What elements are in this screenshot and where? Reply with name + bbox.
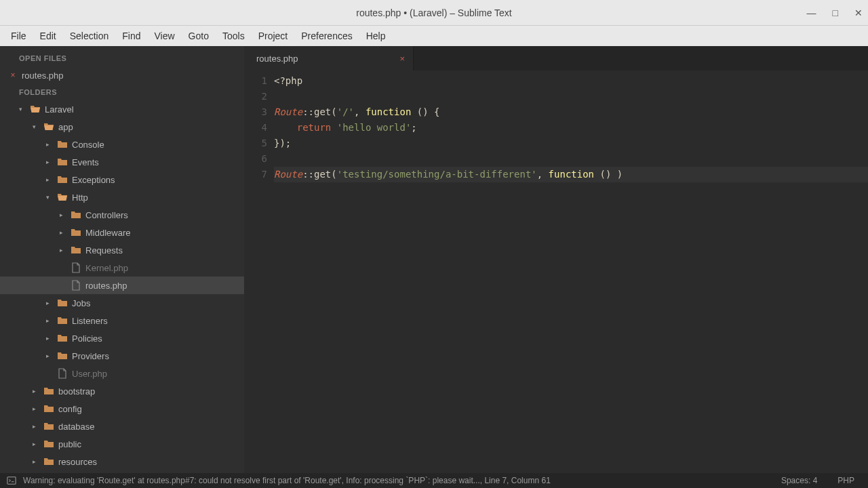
- tree-label: Laravel: [45, 104, 74, 115]
- open-file-label: routes.php: [22, 70, 63, 81]
- open-file[interactable]: ×routes.php: [0, 66, 244, 84]
- tree-label: routes.php: [85, 281, 127, 291]
- tree-label: public: [58, 439, 81, 449]
- tree-label: Http: [72, 192, 88, 203]
- chevron-icon[interactable]: ▾: [33, 123, 39, 130]
- folder-row[interactable]: ▸resources: [0, 453, 244, 470]
- code-line[interactable]: <?php: [274, 73, 868, 89]
- tree-label: Console: [72, 140, 104, 150]
- status-spaces[interactable]: Spaces: 4: [774, 476, 824, 485]
- folders-header: FOLDERS: [0, 84, 244, 100]
- gutter: 1234567: [244, 73, 274, 473]
- tab-close-icon[interactable]: ×: [399, 54, 405, 64]
- tree-label: app: [58, 122, 73, 132]
- code-line[interactable]: });: [274, 136, 868, 151]
- code-line[interactable]: Route::get('/', function () {: [274, 104, 868, 120]
- folder-row[interactable]: ▸Policies: [0, 329, 244, 347]
- chevron-icon[interactable]: ▸: [33, 458, 39, 465]
- tree-label: database: [58, 422, 95, 432]
- menu-tools[interactable]: Tools: [217, 28, 250, 44]
- close-window-button[interactable]: ✕: [854, 7, 863, 18]
- folder-row[interactable]: ▸Console: [0, 136, 244, 153]
- line-number: 1: [244, 73, 267, 89]
- code[interactable]: <?phpRoute::get('/', function () { retur…: [274, 73, 868, 473]
- maximize-button[interactable]: □: [833, 7, 838, 18]
- open-files-header: OPEN FILES: [0, 50, 244, 66]
- chevron-icon[interactable]: ▸: [46, 176, 53, 183]
- folder-row[interactable]: ▸Listeners: [0, 312, 244, 329]
- menu-edit[interactable]: Edit: [35, 28, 62, 44]
- folder-row[interactable]: ▸Providers: [0, 347, 244, 365]
- folder-row[interactable]: ▸Events: [0, 153, 244, 171]
- folder-row[interactable]: ▾Laravel: [0, 100, 244, 118]
- code-line[interactable]: [274, 89, 868, 104]
- tree-label: resources: [58, 457, 97, 467]
- window-title: routes.php • (Laravel) – Sublime Text: [356, 7, 512, 18]
- menu-find[interactable]: Find: [117, 28, 146, 44]
- folder-row[interactable]: ▸Middleware: [0, 224, 244, 241]
- sidebar: OPEN FILES×routes.phpFOLDERS▾Laravel▾app…: [0, 46, 244, 473]
- file-row[interactable]: routes.php: [0, 277, 244, 294]
- menu-project[interactable]: Project: [253, 28, 294, 44]
- editor-tab[interactable]: routes.php×: [244, 46, 414, 70]
- chevron-icon[interactable]: ▸: [60, 229, 66, 236]
- folder-icon: [43, 421, 54, 432]
- menubar: FileEditSelectionFindViewGotoToolsProjec…: [0, 26, 868, 46]
- file-row[interactable]: User.php: [0, 365, 244, 382]
- status-language[interactable]: PHP: [831, 476, 861, 485]
- window-controls: — □ ✕: [807, 7, 863, 18]
- menu-file[interactable]: File: [5, 28, 32, 44]
- tab-label: routes.php: [256, 54, 298, 64]
- chevron-icon[interactable]: ▸: [46, 300, 53, 306]
- code-area[interactable]: 1234567 <?phpRoute::get('/', function ()…: [244, 70, 868, 473]
- tree-label: User.php: [72, 369, 107, 379]
- file-icon: [57, 368, 68, 379]
- folder-row[interactable]: ▸Requests: [0, 241, 244, 259]
- folder-icon: [43, 403, 54, 414]
- folder-row[interactable]: ▸public: [0, 435, 244, 453]
- menu-help[interactable]: Help: [361, 28, 391, 44]
- folder-row[interactable]: ▾Http: [0, 188, 244, 206]
- code-line[interactable]: return 'hello world';: [274, 120, 868, 136]
- folder-open-icon: [30, 104, 41, 115]
- folder-row[interactable]: ▸Controllers: [0, 206, 244, 224]
- folder-icon: [43, 439, 54, 449]
- line-number: 7: [244, 167, 267, 182]
- chevron-icon[interactable]: ▸: [60, 211, 66, 218]
- chevron-icon[interactable]: ▸: [33, 423, 39, 430]
- menu-goto[interactable]: Goto: [183, 28, 214, 44]
- chevron-icon[interactable]: ▸: [46, 352, 53, 359]
- folder-row[interactable]: ▸config: [0, 400, 244, 418]
- folder-icon: [71, 245, 81, 256]
- folder-row[interactable]: ▸bootstrap: [0, 382, 244, 400]
- editor: routes.php× 1234567 <?phpRoute::get('/',…: [244, 46, 868, 473]
- chevron-icon[interactable]: ▸: [46, 335, 53, 342]
- line-number: 4: [244, 120, 267, 136]
- folder-row[interactable]: ▸Jobs: [0, 294, 244, 312]
- folder-open-icon: [57, 192, 68, 203]
- minimize-button[interactable]: —: [807, 7, 816, 18]
- folder-row[interactable]: ▸database: [0, 418, 244, 435]
- menu-selection[interactable]: Selection: [64, 28, 115, 44]
- chevron-icon[interactable]: ▸: [33, 388, 39, 394]
- chevron-icon[interactable]: ▾: [19, 106, 26, 113]
- menu-preferences[interactable]: Preferences: [296, 28, 357, 44]
- folder-row[interactable]: ▾app: [0, 118, 244, 136]
- code-line[interactable]: Route::get('testing/something/a-bit-diff…: [274, 167, 868, 182]
- code-line[interactable]: [274, 151, 868, 167]
- folder-row[interactable]: ▸Exceptions: [0, 171, 244, 188]
- console-icon[interactable]: [7, 476, 16, 485]
- chevron-icon[interactable]: ▸: [46, 159, 53, 165]
- chevron-icon[interactable]: ▾: [46, 194, 53, 201]
- line-number: 3: [244, 104, 267, 120]
- chevron-icon[interactable]: ▸: [46, 317, 53, 324]
- file-row[interactable]: Kernel.php: [0, 259, 244, 277]
- chevron-icon[interactable]: ▸: [33, 441, 39, 447]
- titlebar: routes.php • (Laravel) – Sublime Text — …: [0, 0, 868, 26]
- chevron-icon[interactable]: ▸: [60, 247, 66, 253]
- chevron-icon[interactable]: ▸: [33, 405, 39, 412]
- menu-view[interactable]: View: [149, 28, 180, 44]
- folder-icon: [57, 157, 68, 167]
- chevron-icon[interactable]: ▸: [46, 141, 53, 148]
- close-file-icon[interactable]: ×: [8, 70, 18, 80]
